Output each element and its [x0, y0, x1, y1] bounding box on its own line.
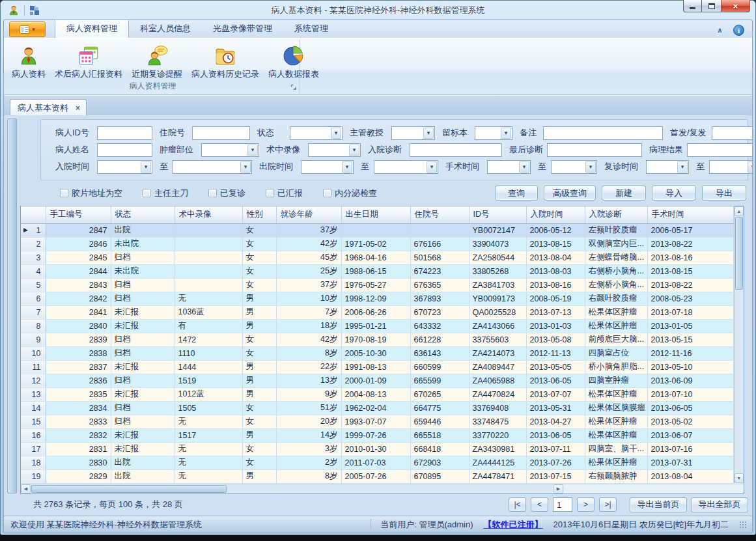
horizontal-scrollbar-track[interactable] [227, 484, 553, 493]
vertical-scrollbar-track[interactable] [735, 290, 744, 473]
table-row[interactable]: ▶12847出院女37岁YB00721472006-05-12左额叶胶质瘤200… [21, 223, 733, 237]
table-row[interactable]: 42844未出院女25岁1988-06-15674223338052682013… [21, 264, 733, 278]
close-tab-icon[interactable]: × [76, 104, 80, 113]
scroll-right-icon[interactable]: ▶ [553, 484, 563, 493]
resize-grip-icon[interactable] [739, 521, 747, 529]
table-row[interactable]: 92839归档1472女42岁1970-08-19661228337556032… [21, 333, 733, 346]
filter-combo[interactable]: ▾ [201, 143, 259, 157]
table-row[interactable]: 152833归档无女20岁1993-07-0765944633748475201… [21, 415, 733, 428]
horizontal-scrollbar[interactable]: ◀ ▶ [21, 484, 563, 493]
maximize-button[interactable] [702, 0, 721, 12]
close-window-button[interactable]: × [721, 0, 750, 12]
filter-checkbox[interactable]: 内分泌检查 [323, 187, 377, 199]
column-header[interactable]: 就诊年龄 [276, 206, 341, 223]
column-header[interactable]: 入院诊断 [585, 206, 647, 223]
app-logo-icon[interactable] [8, 5, 20, 16]
filter-input[interactable] [543, 126, 663, 140]
filter-combo[interactable]: ▾ [709, 160, 753, 174]
column-header[interactable]: 出生日期 [341, 206, 410, 223]
row-indicator-header[interactable] [21, 206, 46, 223]
table-row[interactable]: 182830出院无女2岁2011-07-03672903ZA4444125201… [21, 456, 733, 469]
column-header[interactable]: 手术时间 [647, 206, 733, 223]
table-row[interactable]: 132835未汇报1012蓝男9岁2004-08-13670265ZA44708… [21, 387, 733, 401]
minimize-button[interactable] [683, 0, 702, 12]
filter-checkbox[interactable]: 已汇报 [266, 187, 303, 199]
filter-combo[interactable]: ▾ [475, 126, 512, 140]
horizontal-scrollbar-thumb[interactable] [31, 485, 227, 493]
scroll-left-icon[interactable]: ◀ [21, 484, 31, 493]
collapsed-panel-splitter[interactable] [7, 118, 17, 493]
info-icon[interactable]: i [733, 25, 744, 36]
registered-link[interactable]: 【软件已注册】 [484, 519, 543, 531]
table-row[interactable]: 122836归档1519男13岁2000-01-09665599ZA406598… [21, 374, 733, 387]
filter-combo[interactable]: ▾ [290, 126, 343, 140]
filter-input[interactable] [97, 143, 152, 157]
column-header[interactable]: 入院时间 [526, 206, 585, 223]
table-row[interactable]: 62842归档无男10岁1998-12-09367893YB0099173200… [21, 292, 733, 305]
ribbon-button[interactable]: 病人资料 [7, 42, 50, 82]
filter-combo[interactable]: ▾ [646, 160, 689, 174]
filter-combo[interactable]: ▾ [301, 160, 354, 174]
filter-combo[interactable]: ▾ [391, 126, 435, 140]
table-row[interactable]: 192829出院无男8岁2005-07-26670895ZA4478471201… [21, 469, 733, 483]
dialog-launcher-icon[interactable] [290, 84, 297, 90]
column-header[interactable]: ID号 [469, 206, 526, 223]
table-row[interactable]: 52843归档女37岁1976-05-27676365ZA38417032013… [21, 278, 733, 292]
filter-combo[interactable]: ▾ [551, 160, 597, 174]
scroll-up-icon[interactable]: ▲ [735, 206, 744, 216]
action-button[interactable]: 新建 [602, 186, 646, 201]
column-header[interactable]: 住院号 [410, 206, 469, 223]
ribbon-button[interactable]: 术后病人汇报资料 [50, 42, 127, 82]
ribbon-button[interactable]: 病人资料历史记录 [187, 42, 264, 82]
action-button[interactable]: 导出 [702, 186, 746, 201]
export-all-pages-button[interactable]: 导出全部页 [691, 497, 748, 512]
filter-combo[interactable]: ▾ [308, 143, 361, 157]
filter-input[interactable] [687, 143, 753, 157]
ribbon-tab[interactable]: 系统管理 [283, 20, 339, 38]
action-button[interactable]: 高级查询 [544, 186, 596, 201]
table-row[interactable]: 22846未出院女42岁1971-05-02676166339040732013… [21, 237, 733, 251]
last-page-button[interactable]: >| [599, 497, 617, 512]
table-row[interactable]: 102838归档1110女8岁2005-10-30636143ZA4214073… [21, 346, 733, 360]
export-current-page-button[interactable]: 导出当前页 [630, 497, 687, 512]
ribbon-button[interactable]: 近期复诊提醒 [127, 42, 187, 82]
ribbon-tab[interactable]: 病人资料管理 [55, 20, 129, 38]
prev-page-button[interactable]: < [531, 497, 548, 512]
table-row[interactable]: 172831未汇报无女3岁2010-01-30668418ZA343098120… [21, 442, 733, 456]
filter-input[interactable] [410, 143, 502, 157]
filter-combo[interactable]: ▾ [173, 160, 252, 174]
ribbon-button[interactable]: 病人数据报表 [264, 42, 324, 82]
filter-combo[interactable]: ▾ [487, 160, 531, 174]
vertical-scrollbar-thumb[interactable] [735, 217, 744, 290]
column-header[interactable]: 术中录像 [175, 206, 242, 223]
table-row[interactable]: 142834归档1505女51岁1962-02-0466477533769408… [21, 401, 733, 415]
filter-combo[interactable]: ▾ [97, 160, 152, 174]
filter-checkbox[interactable]: 胶片地址为空 [60, 187, 122, 199]
table-row[interactable]: 32845归档女45岁1968-04-16501568ZA25805442013… [21, 251, 733, 264]
filter-combo[interactable]: ▾ [712, 126, 753, 140]
action-button[interactable]: 查询 [495, 186, 538, 201]
vertical-scrollbar[interactable]: ▲ ▼ [734, 206, 744, 483]
next-page-button[interactable]: > [577, 497, 595, 512]
collapse-ribbon-icon[interactable]: ∧ [717, 26, 723, 35]
cascade-windows-icon[interactable] [29, 5, 40, 16]
column-header[interactable]: 性别 [242, 206, 276, 223]
table-row[interactable]: 72841未汇报1036蓝男7岁2006-06-26670723QA002552… [21, 305, 733, 319]
ribbon-tab[interactable]: 科室人员信息 [129, 20, 202, 38]
action-button[interactable]: 导入 [652, 186, 696, 201]
page-number-input[interactable]: 1 [553, 497, 572, 512]
table-row[interactable]: 162832未汇报1517男14岁1999-07-266655183377022… [21, 428, 733, 442]
application-menu-button[interactable]: ▾ [9, 21, 46, 37]
document-tab[interactable]: 病人基本资料 × [10, 99, 87, 116]
filter-checkbox[interactable]: 主任主刀 [143, 187, 188, 199]
first-page-button[interactable]: |< [509, 497, 526, 512]
filter-input[interactable] [192, 126, 250, 140]
filter-checkbox[interactable]: 已复诊 [208, 187, 245, 199]
filter-input[interactable] [97, 126, 152, 140]
column-header[interactable]: 状态 [111, 206, 175, 223]
table-row[interactable]: 82840未汇报有男18岁1995-01-21643332ZA414306620… [21, 319, 733, 333]
column-header[interactable]: 手工编号 [46, 206, 111, 223]
filter-combo[interactable]: ▾ [374, 160, 438, 174]
scroll-down-icon[interactable]: ▼ [735, 473, 744, 483]
ribbon-tab[interactable]: 光盘录像带管理 [202, 20, 283, 38]
